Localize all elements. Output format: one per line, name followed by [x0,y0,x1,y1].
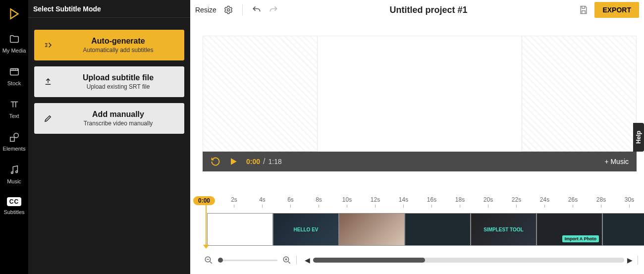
scroll-right-button[interactable]: ▶ [627,256,633,264]
ruler-tick: 20s [474,196,502,210]
ruler-tick: 26s [559,196,587,210]
ruler-tick: 28s [587,196,615,210]
zoom-in-button[interactable] [282,256,291,265]
ruler-tick: 12s [361,196,389,210]
clip[interactable] [602,213,644,246]
upload-icon [39,77,57,86]
settings-button[interactable] [223,5,233,15]
option-upload-srt[interactable]: Upload subtitle file Upload existing SRT… [34,66,184,97]
playhead-label[interactable]: 0:00 [193,196,215,205]
nav-text[interactable]: Text [0,93,28,126]
help-tab[interactable]: Help [633,123,644,152]
nav-label: Text [9,113,19,119]
folder-icon [9,34,20,45]
film-icon [9,66,20,77]
divider [638,256,638,265]
timeline: 2s 4s 6s 8s 10s 12s 14s 16s 18s 20s 22s … [190,196,644,274]
shapes-icon [9,132,20,143]
zoom-slider[interactable] [218,260,277,261]
timeline-scrollbar[interactable] [313,258,624,263]
play-icon [228,157,238,166]
video-track[interactable]: HELLO EV SIMPLEST TOOL Import A Photo [207,213,644,246]
project-title[interactable]: Untitled project #1 [278,5,579,15]
duration: 1:18 [268,158,281,165]
ruler-tick: 14s [389,196,418,210]
clip[interactable]: HELLO EV [273,213,339,246]
option-title: Auto-generate [57,37,179,46]
clip[interactable]: SIMPLEST TOOL [471,213,537,246]
text-icon [9,99,20,110]
nav-label: Music [7,178,21,184]
nav-subtitles[interactable]: CC Subtitles [0,191,28,222]
clip[interactable] [405,213,471,246]
ruler-tick: 8s [305,196,333,210]
svg-point-3 [14,133,18,138]
save-button[interactable] [579,5,589,15]
cc-icon: CC [7,197,21,206]
svg-point-4 [11,172,13,174]
divider [296,256,297,265]
option-subtitle: Automatically add subtitles [57,47,179,54]
undo-icon [252,5,262,15]
timeline-ruler[interactable]: 2s 4s 6s 8s 10s 12s 14s 16s 18s 20s 22s … [220,196,644,210]
nav-music[interactable]: Music [0,159,28,191]
option-auto-generate[interactable]: Auto-generate Automatically add subtitle… [34,30,184,60]
resize-button[interactable]: Resize [195,6,216,14]
ruler-tick: 16s [418,196,446,210]
gear-icon [223,5,233,15]
undo-button[interactable] [252,5,262,15]
ruler-tick: 2s [220,196,248,210]
clip[interactable] [207,213,273,246]
option-add-manually[interactable]: Add manually Transcribe video manually [34,103,184,134]
play-bar: 0:00 / 1:18 + Music [203,152,637,171]
subtitle-panel: Select Subtitle Mode Auto-generate Autom… [28,0,190,274]
play-button[interactable] [228,157,238,166]
nav-elements[interactable]: Elements [0,126,28,159]
ruler-tick: 30s [615,196,644,210]
playhead-arrow-icon [203,245,209,249]
redo-button[interactable] [268,5,278,15]
divider [242,4,243,15]
svg-rect-2 [10,137,14,141]
clip[interactable] [339,213,405,246]
zoom-out-icon [204,256,213,265]
svg-marker-7 [231,158,237,164]
redo-icon [268,5,278,15]
time-separator: / [263,157,265,166]
preview-canvas [203,36,637,152]
ruler-tick: 6s [276,196,305,210]
ruler-tick: 4s [248,196,276,210]
nav-label: Stock [7,80,21,86]
music-icon [9,164,20,175]
ruler-tick: 22s [502,196,531,210]
zoom-out-button[interactable] [204,256,213,265]
nav-label: Elements [3,146,26,152]
svg-point-6 [227,9,229,11]
option-subtitle: Transcribe video manually [57,120,179,127]
export-button[interactable]: EXPORT [594,2,639,18]
nav-stock[interactable]: Stock [0,60,28,93]
current-time: 0:00 [246,158,260,165]
zoom-in-icon [282,256,291,265]
panel-title: Select Subtitle Mode [28,0,190,18]
nav-label: My Media [2,48,26,54]
ruler-tick: 24s [531,196,559,210]
pencil-icon [39,114,57,123]
svg-point-5 [15,171,17,173]
nav-my-media[interactable]: My Media [0,28,28,60]
scroll-left-button[interactable]: ◀ [305,256,310,264]
option-title: Upload subtitle file [57,73,179,82]
nav-label: Subtitles [3,209,24,215]
ruler-tick: 10s [333,196,361,210]
ruler-tick: 18s [446,196,474,210]
svg-marker-0 [10,9,18,19]
restart-button[interactable] [211,157,220,166]
add-music-button[interactable]: + Music [604,158,629,165]
option-title: Add manually [57,110,179,119]
option-subtitle: Upload existing SRT file [57,83,179,90]
sparkle-icon [39,41,57,50]
clip[interactable]: Import A Photo [537,213,602,246]
restart-icon [211,157,220,166]
preview-frame [317,36,522,152]
left-rail: My Media Stock Text Elements Music CC Su… [0,0,28,274]
